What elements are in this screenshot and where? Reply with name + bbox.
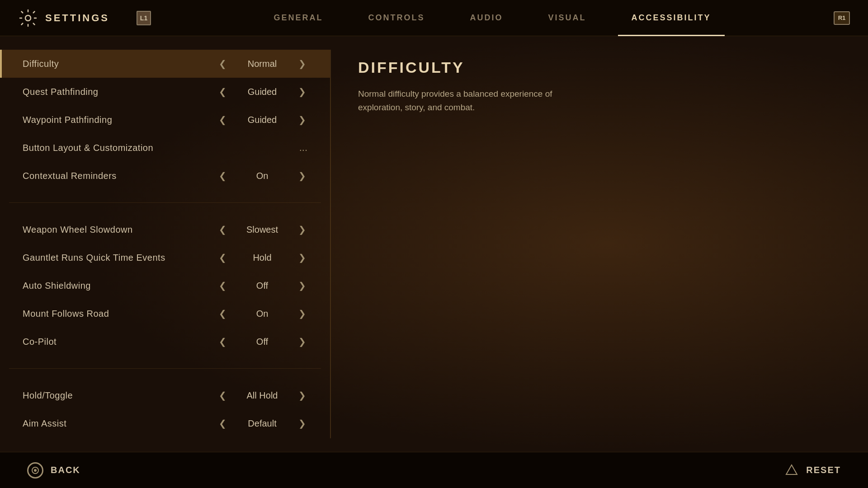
nav-badge-l1[interactable]: L1	[137, 11, 151, 25]
auto-shieldwing-prev[interactable]: ❮	[217, 280, 228, 291]
gauntlet-prev[interactable]: ❮	[217, 252, 228, 263]
info-title: DIFFICULTY	[358, 59, 841, 76]
bottombar: Back Reset	[0, 452, 868, 488]
gauntlet-next[interactable]: ❯	[297, 252, 307, 263]
setting-co-pilot[interactable]: Co-Pilot ❮ Off ❯	[0, 328, 330, 356]
setting-mount-follows-road[interactable]: Mount Follows Road ❮ On ❯	[0, 300, 330, 328]
co-pilot-value: Off	[235, 337, 289, 347]
tab-visual[interactable]: VISUAL	[526, 0, 609, 36]
quest-prev[interactable]: ❮	[217, 86, 228, 97]
setting-weapon-wheel[interactable]: Weapon Wheel Slowdown ❮ Slowest ❯	[0, 216, 330, 244]
difficulty-prev[interactable]: ❮	[217, 58, 228, 69]
waypoint-prev[interactable]: ❮	[217, 114, 228, 125]
gauntlet-value: Hold	[235, 253, 289, 263]
co-pilot-next[interactable]: ❯	[297, 336, 307, 347]
tab-controls[interactable]: CONTROLS	[346, 0, 448, 36]
contextual-prev[interactable]: ❮	[217, 170, 228, 181]
back-button[interactable]: Back	[27, 462, 80, 479]
hold-toggle-control: ❮ All Hold ❯	[217, 390, 307, 401]
gear-icon	[18, 8, 38, 28]
contextual-control: ❮ On ❯	[217, 170, 307, 181]
reset-button[interactable]: Reset	[784, 463, 841, 478]
reset-label: Reset	[806, 465, 841, 475]
auto-shieldwing-control: ❮ Off ❯	[217, 280, 307, 291]
quest-pathfinding-control: ❮ Guided ❯	[217, 86, 307, 97]
waypoint-control: ❮ Guided ❯	[217, 114, 307, 125]
reset-triangle-icon	[784, 463, 799, 478]
weapon-wheel-prev[interactable]: ❮	[217, 224, 228, 235]
back-label: Back	[51, 465, 80, 475]
weapon-wheel-next[interactable]: ❯	[297, 224, 307, 235]
waypoint-next[interactable]: ❯	[297, 114, 307, 125]
settings-title: SETTINGS	[45, 12, 109, 24]
settings-logo: SETTINGS	[18, 8, 109, 28]
aim-assist-value: Default	[235, 418, 289, 429]
main-content: Difficulty ❮ Normal ❯ Quest Pathfinding …	[0, 36, 868, 452]
setting-button-layout[interactable]: Button Layout & Customization ...	[0, 134, 330, 162]
group-spacer-4	[0, 369, 330, 381]
back-circle-icon	[27, 462, 43, 479]
difficulty-control: ❮ Normal ❯	[217, 58, 307, 69]
mount-value: On	[235, 309, 289, 319]
svg-marker-2	[786, 465, 797, 474]
aim-assist-next[interactable]: ❯	[297, 418, 307, 429]
info-panel: DIFFICULTY Normal difficulty provides a …	[331, 45, 868, 443]
difficulty-next[interactable]: ❯	[297, 58, 307, 69]
info-description: Normal difficulty provides a balanced ex…	[358, 87, 575, 115]
auto-shieldwing-value: Off	[235, 281, 289, 291]
mount-next[interactable]: ❯	[297, 308, 307, 319]
group-spacer-3	[0, 356, 330, 368]
co-pilot-control: ❮ Off ❯	[217, 336, 307, 347]
nav-badge-r1[interactable]: R1	[834, 11, 850, 25]
hold-toggle-next[interactable]: ❯	[297, 390, 307, 401]
setting-contextual-reminders[interactable]: Contextual Reminders ❮ On ❯	[0, 162, 330, 190]
mount-prev[interactable]: ❮	[217, 308, 228, 319]
settings-panel: Difficulty ❮ Normal ❯ Quest Pathfinding …	[0, 45, 330, 443]
setting-waypoint-pathfinding[interactable]: Waypoint Pathfinding ❮ Guided ❯	[0, 106, 330, 134]
hold-toggle-prev[interactable]: ❮	[217, 390, 228, 401]
hold-toggle-value: All Hold	[235, 390, 289, 401]
setting-difficulty[interactable]: Difficulty ❮ Normal ❯	[0, 50, 330, 78]
weapon-wheel-value: Slowest	[235, 225, 289, 235]
nav-tabs: GENERAL CONTROLS AUDIO VISUAL ACCESSIBIL…	[158, 0, 826, 36]
quest-value: Guided	[235, 87, 289, 97]
difficulty-value: Normal	[235, 59, 289, 69]
button-layout-dots: ...	[299, 142, 307, 154]
group-spacer-1	[0, 190, 330, 202]
setting-auto-sprint[interactable]: Auto Sprint on Foot ❮ Off ❯	[0, 437, 330, 443]
topbar: SETTINGS L1 GENERAL CONTROLS AUDIO VISUA…	[0, 0, 868, 36]
group-spacer-2	[0, 203, 330, 216]
mount-follows-road-control: ❮ On ❯	[217, 308, 307, 319]
weapon-wheel-control: ❮ Slowest ❯	[217, 224, 307, 235]
setting-aim-assist[interactable]: Aim Assist ❮ Default ❯	[0, 409, 330, 437]
gauntlet-control: ❮ Hold ❯	[217, 252, 307, 263]
auto-shieldwing-next[interactable]: ❯	[297, 280, 307, 291]
aim-assist-prev[interactable]: ❮	[217, 418, 228, 429]
setting-auto-shieldwing[interactable]: Auto Shieldwing ❮ Off ❯	[0, 272, 330, 300]
aim-assist-control: ❮ Default ❯	[217, 418, 307, 429]
contextual-next[interactable]: ❯	[297, 170, 307, 181]
contextual-value: On	[235, 171, 289, 181]
waypoint-value: Guided	[235, 115, 289, 125]
quest-next[interactable]: ❯	[297, 86, 307, 97]
tab-audio[interactable]: AUDIO	[448, 0, 526, 36]
setting-quest-pathfinding[interactable]: Quest Pathfinding ❮ Guided ❯	[0, 78, 330, 106]
tab-accessibility[interactable]: ACCESSIBILITY	[609, 0, 734, 36]
setting-hold-toggle[interactable]: Hold/Toggle ❮ All Hold ❯	[0, 381, 330, 409]
tab-general[interactable]: GENERAL	[251, 0, 345, 36]
setting-gauntlet-runs[interactable]: Gauntlet Runs Quick Time Events ❮ Hold ❯	[0, 244, 330, 272]
co-pilot-prev[interactable]: ❮	[217, 336, 228, 347]
svg-point-1	[34, 469, 37, 472]
